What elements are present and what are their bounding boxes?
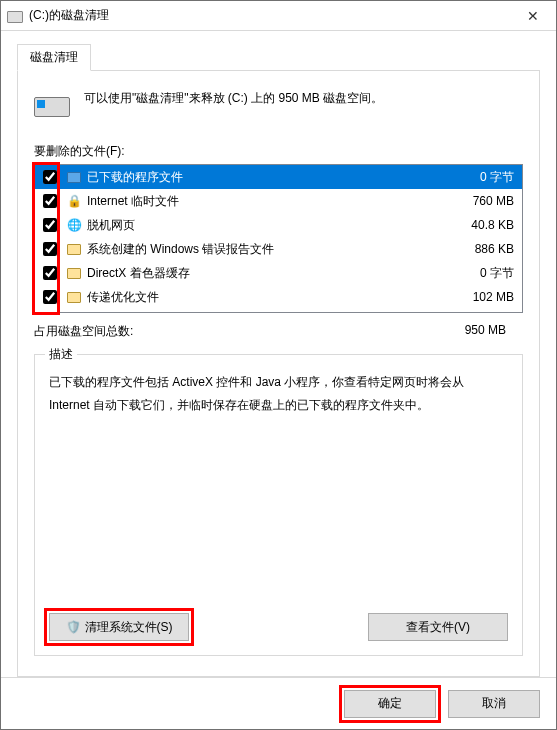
dialog-window: (C:)的磁盘清理 ✕ 磁盘清理 可以使用"磁盘清理"来释放 (C:) 上的 9… (0, 0, 557, 730)
file-row-checkbox-cell (35, 194, 65, 208)
folder-icon (65, 241, 83, 257)
file-row-label: Internet 临时文件 (87, 193, 444, 210)
description-buttons: 🛡️ 清理系统文件(S) 查看文件(V) (49, 613, 508, 641)
globe-icon: 🌐 (65, 217, 83, 233)
file-row-size: 760 MB (444, 194, 514, 208)
file-row-checkbox[interactable] (43, 194, 57, 208)
file-row[interactable]: 🔒Internet 临时文件760 MB (35, 189, 522, 213)
clean-system-files-label: 清理系统文件(S) (85, 619, 173, 636)
client-area: 磁盘清理 可以使用"磁盘清理"来释放 (C:) 上的 950 MB 磁盘空间。 … (1, 31, 556, 677)
file-row-checkbox-cell (35, 242, 65, 256)
title-bar: (C:)的磁盘清理 ✕ (1, 1, 556, 31)
folder-icon (65, 289, 83, 305)
file-row-checkbox-cell (35, 290, 65, 304)
file-row-label: 已下载的程序文件 (87, 169, 444, 186)
file-row-checkbox[interactable] (43, 290, 57, 304)
tab-panel: 可以使用"磁盘清理"来释放 (C:) 上的 950 MB 磁盘空间。 要删除的文… (17, 70, 540, 677)
folder-icon (65, 265, 83, 281)
file-row-label: 系统创建的 Windows 错误报告文件 (87, 241, 444, 258)
file-row[interactable]: 🌐脱机网页40.8 KB (35, 213, 522, 237)
file-row-checkbox-cell (35, 170, 65, 184)
tab-disk-cleanup[interactable]: 磁盘清理 (17, 44, 91, 71)
shield-icon: 🛡️ (66, 620, 81, 634)
file-row-label: 传递优化文件 (87, 289, 444, 306)
drive-icon (7, 8, 23, 24)
description-legend: 描述 (45, 346, 77, 363)
total-label: 占用磁盘空间总数: (34, 323, 133, 340)
ok-button[interactable]: 确定 (344, 690, 436, 718)
file-row-checkbox[interactable] (43, 242, 57, 256)
intro-text: 可以使用"磁盘清理"来释放 (C:) 上的 950 MB 磁盘空间。 (84, 89, 383, 108)
file-row[interactable]: DirectX 着色器缓存0 字节 (35, 261, 522, 285)
folder-icon (65, 169, 83, 185)
disk-cleanup-icon (34, 91, 70, 119)
file-list[interactable]: 已下载的程序文件0 字节🔒Internet 临时文件760 MB🌐脱机网页40.… (34, 164, 523, 313)
close-icon: ✕ (527, 8, 539, 24)
file-row[interactable]: 传递优化文件102 MB (35, 285, 522, 309)
file-row[interactable]: 已下载的程序文件0 字节 (35, 165, 522, 189)
file-row-label: 脱机网页 (87, 217, 444, 234)
file-row-size: 0 字节 (444, 169, 514, 186)
file-row-checkbox-cell (35, 218, 65, 232)
tab-strip: 磁盘清理 (17, 43, 540, 70)
cancel-label: 取消 (482, 695, 506, 712)
view-files-label: 查看文件(V) (406, 619, 470, 636)
file-row-size: 102 MB (444, 290, 514, 304)
description-text: 已下载的程序文件包括 ActiveX 控件和 Java 小程序，你查看特定网页时… (49, 371, 508, 603)
file-row-size: 0 字节 (444, 265, 514, 282)
intro-row: 可以使用"磁盘清理"来释放 (C:) 上的 950 MB 磁盘空间。 (34, 89, 523, 119)
file-row-checkbox-cell (35, 266, 65, 280)
file-list-wrap: 已下载的程序文件0 字节🔒Internet 临时文件760 MB🌐脱机网页40.… (34, 164, 523, 313)
cancel-button[interactable]: 取消 (448, 690, 540, 718)
file-row-checkbox[interactable] (43, 218, 57, 232)
file-row[interactable]: 系统创建的 Windows 错误报告文件886 KB (35, 237, 522, 261)
total-value: 950 MB (465, 323, 506, 340)
view-files-button[interactable]: 查看文件(V) (368, 613, 508, 641)
total-row: 占用磁盘空间总数: 950 MB (34, 323, 523, 340)
description-group: 描述 已下载的程序文件包括 ActiveX 控件和 Java 小程序，你查看特定… (34, 354, 523, 656)
lock-icon: 🔒 (65, 193, 83, 209)
file-row-size: 886 KB (444, 242, 514, 256)
dialog-footer: 确定 取消 (1, 677, 556, 729)
file-row-label: DirectX 着色器缓存 (87, 265, 444, 282)
file-row-size: 40.8 KB (444, 218, 514, 232)
files-to-delete-label: 要删除的文件(F): (34, 143, 523, 160)
window-title: (C:)的磁盘清理 (29, 7, 510, 24)
file-row-checkbox[interactable] (43, 170, 57, 184)
ok-label: 确定 (378, 695, 402, 712)
file-row-checkbox[interactable] (43, 266, 57, 280)
close-button[interactable]: ✕ (510, 1, 556, 31)
clean-system-files-button[interactable]: 🛡️ 清理系统文件(S) (49, 613, 189, 641)
